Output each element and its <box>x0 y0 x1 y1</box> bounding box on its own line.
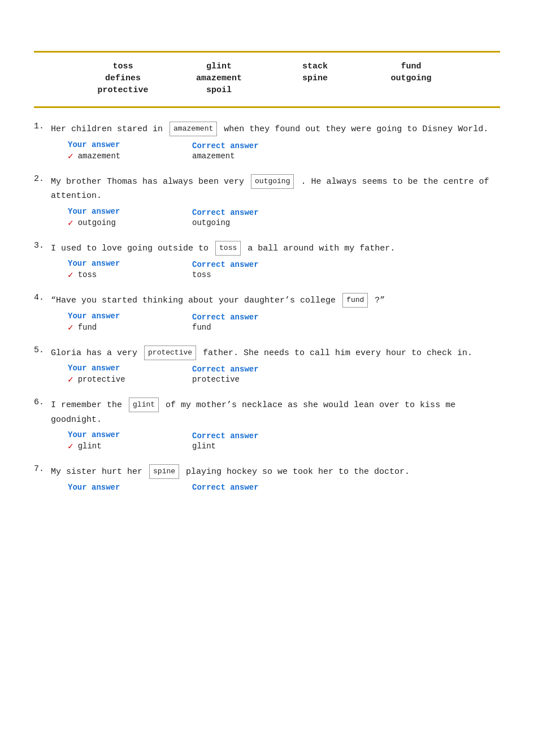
correct-answer-label: Correct answer <box>192 208 316 217</box>
answer-row: Your answer✓tossCorrect answertoss <box>68 259 500 280</box>
correct-answer-col: Correct answerprotective <box>192 365 316 384</box>
correct-answer-col: Correct answeroutgoing <box>192 208 316 227</box>
answer-row: Your answerCorrect answer <box>68 483 500 493</box>
checkmark-icon: ✓ <box>68 440 73 452</box>
word-box-row-2: defines amazement spine outgoing <box>45 74 489 83</box>
text-before: Her children stared in <box>51 124 168 134</box>
text-before: I used to love going outside to <box>51 244 214 253</box>
your-answer-col: Your answer✓outgoing <box>68 207 192 228</box>
correct-answer-label: Correct answer <box>192 313 316 322</box>
question-text: I used to love going outside to toss a b… <box>51 241 500 256</box>
your-answer-text: amazement <box>78 152 121 161</box>
question-content: “Have you started thinking about your da… <box>51 293 500 333</box>
your-answer-label: Your answer <box>68 207 192 216</box>
question-number: 7. <box>34 464 51 493</box>
your-answer-label: Your answer <box>68 364 192 373</box>
question-number: 1. <box>34 122 51 162</box>
question-item: 3.I used to love going outside to toss a… <box>34 241 500 281</box>
inline-answer-box: outgoing <box>251 174 294 189</box>
your-answer-label: Your answer <box>68 483 192 492</box>
text-before: Gloria has a very <box>51 348 142 358</box>
correct-answer-text: protective <box>192 375 316 384</box>
correct-answer-col: Correct answerglint <box>192 431 316 451</box>
answer-row: Your answer✓protectiveCorrect answerprot… <box>68 364 500 385</box>
question-text: Gloria has a very protective father. She… <box>51 345 500 361</box>
your-answer-text: outgoing <box>78 218 116 227</box>
question-item: 2.My brother Thomas has always been very… <box>34 174 500 228</box>
question-number: 3. <box>34 241 51 281</box>
page: toss glint stack fund defines amazement … <box>0 0 534 756</box>
question-content: I used to love going outside to toss a b… <box>51 241 500 281</box>
checkmark-icon: ✓ <box>68 269 73 280</box>
word-glint: glint <box>194 62 245 71</box>
your-answer-col: Your answer <box>68 483 192 493</box>
text-before: I remember the <box>51 400 127 410</box>
correct-answer-label: Correct answer <box>192 365 316 374</box>
your-answer-text: fund <box>78 323 97 332</box>
your-answer-value: ✓amazement <box>68 150 192 162</box>
your-answer-text: toss <box>78 270 97 279</box>
inline-answer-box: spine <box>149 464 179 479</box>
word-empty-1 <box>290 85 341 95</box>
answer-row: Your answer✓amazementCorrect answeramaze… <box>68 140 500 162</box>
correct-answer-label: Correct answer <box>192 260 316 269</box>
correct-answer-col: Correct answerfund <box>192 313 316 332</box>
inline-answer-box: glint <box>129 398 159 412</box>
your-answer-col: Your answer✓protective <box>68 364 192 385</box>
word-protective: protective <box>97 85 148 95</box>
your-answer-text: glint <box>78 442 102 451</box>
checkmark-icon: ✓ <box>68 322 73 333</box>
word-amazement: amazement <box>194 74 245 83</box>
your-answer-text: protective <box>78 375 125 384</box>
word-fund: fund <box>386 62 437 71</box>
checkmark-icon: ✓ <box>68 374 73 385</box>
your-answer-label: Your answer <box>68 259 192 268</box>
question-content: My brother Thomas has always been very o… <box>51 174 500 228</box>
word-spine: spine <box>290 74 341 83</box>
your-answer-col: Your answer✓toss <box>68 259 192 280</box>
word-box-row-1: toss glint stack fund <box>45 62 489 71</box>
text-after: when they found out they were going to D… <box>219 124 488 134</box>
text-before: My sister hurt her <box>51 467 147 477</box>
text-after: a ball around with my father. <box>242 244 395 253</box>
your-answer-value: ✓glint <box>68 440 192 452</box>
your-answer-value: ✓outgoing <box>68 217 192 228</box>
inline-answer-box: fund <box>342 293 368 308</box>
question-content: Gloria has a very protective father. She… <box>51 345 500 386</box>
word-empty-2 <box>386 85 437 95</box>
correct-answer-text: glint <box>192 442 316 451</box>
question-number: 6. <box>34 398 51 452</box>
your-answer-value: ✓fund <box>68 322 192 333</box>
correct-answer-label: Correct answer <box>192 141 316 150</box>
question-item: 5.Gloria has a very protective father. S… <box>34 345 500 386</box>
correct-answer-text: outgoing <box>192 218 316 227</box>
answer-row: Your answer✓glintCorrect answerglint <box>68 430 500 452</box>
word-spoil: spoil <box>194 85 245 95</box>
checkmark-icon: ✓ <box>68 150 73 162</box>
text-after: ?” <box>370 296 385 305</box>
answer-row: Your answer✓fundCorrect answerfund <box>68 312 500 333</box>
checkmark-icon: ✓ <box>68 217 73 228</box>
question-text: I remember the glint of my mother’s neck… <box>51 398 500 427</box>
question-text: “Have you started thinking about your da… <box>51 293 500 308</box>
word-box: toss glint stack fund defines amazement … <box>34 51 500 108</box>
question-content: My sister hurt her spine playing hockey … <box>51 464 500 493</box>
word-stack: stack <box>290 62 341 71</box>
your-answer-label: Your answer <box>68 140 192 149</box>
answer-row: Your answer✓outgoingCorrect answeroutgoi… <box>68 207 500 228</box>
your-answer-label: Your answer <box>68 430 192 439</box>
word-toss: toss <box>98 62 149 71</box>
inline-answer-box: amazement <box>170 122 217 136</box>
text-after: playing hockey so we took her to the doc… <box>181 467 410 477</box>
inline-answer-box: toss <box>215 241 241 256</box>
your-answer-col: Your answer✓fund <box>68 312 192 333</box>
inline-answer-box: protective <box>144 345 196 360</box>
your-answer-value: ✓toss <box>68 269 192 280</box>
question-text: Her children stared in amazement when th… <box>51 122 500 137</box>
word-defines: defines <box>98 74 149 83</box>
question-text: My sister hurt her spine playing hockey … <box>51 464 500 479</box>
correct-answer-col: Correct answeramazement <box>192 141 316 161</box>
correct-answer-text: amazement <box>192 152 316 161</box>
word-outgoing: outgoing <box>386 74 437 83</box>
your-answer-value: ✓protective <box>68 374 192 385</box>
